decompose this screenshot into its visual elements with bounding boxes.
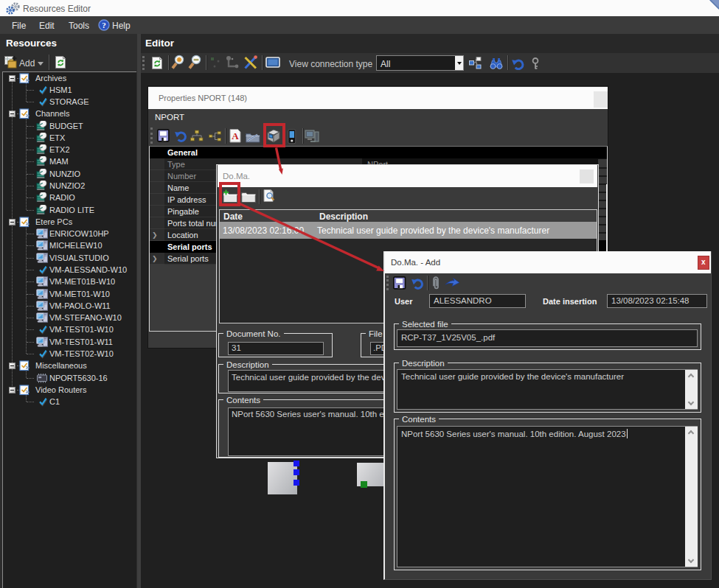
svg-text:A: A bbox=[232, 130, 239, 141]
svg-text:?: ? bbox=[102, 21, 106, 29]
